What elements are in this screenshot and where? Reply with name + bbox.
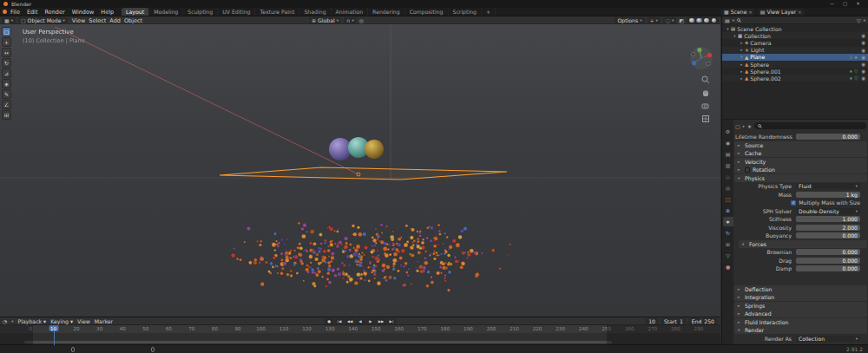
expander-icon[interactable]: ▸ [739,62,745,67]
stiffness-input[interactable]: 1.000 [796,216,860,222]
mode-dropdown[interactable]: ▢ Object Mode ▾ [18,17,68,23]
viewport-menu-add[interactable]: Add [108,17,122,24]
frame-end-field[interactable]: End 250 [688,318,718,324]
workspace-tab-sculpting[interactable]: Sculpting [183,8,218,16]
panel-render[interactable]: ▾Render [734,326,867,334]
timeline-scrollbar[interactable] [24,341,612,343]
sphere-olive[interactable] [365,140,384,159]
visibility-eye-icon[interactable]: ◉ [861,69,865,74]
play-button[interactable]: ▶ [366,318,376,324]
workspace-tab-layout[interactable]: Layout [122,8,149,16]
timeline-menu-keying[interactable]: Keying ▾ [50,318,73,324]
panel-deflection[interactable]: ▸Deflection [734,285,867,293]
properties-tab-physics[interactable]: ↻ [723,228,733,238]
playhead-frame-label[interactable]: 10 [49,325,58,331]
menu-help[interactable]: Help [97,9,117,16]
workspace-tab-compositing[interactable]: Compositing [405,8,449,16]
expander-icon[interactable]: ▾ [739,55,745,59]
timeline-menu-view[interactable]: View [77,318,90,324]
overlays-toggle[interactable]: ◌ ▾ [663,17,677,23]
search-icon[interactable] [737,18,740,22]
panel-expander-icon[interactable]: ▸ [738,304,742,308]
panel-expander-icon[interactable]: ▸ [738,287,742,291]
viewport-menu-view[interactable]: View [70,17,87,24]
workspace-tab-shading[interactable]: Shading [299,8,331,16]
viewport-menu-object[interactable]: Object [122,17,144,24]
workspace-tab-texture-paint[interactable]: Texture Paint [255,8,299,16]
render-as-dropdown[interactable]: Collection▾ [796,336,860,342]
panel-expander-icon[interactable]: ▾ [738,176,742,180]
properties-tab-material[interactable]: ● [723,262,733,271]
tool-measure[interactable]: ∠ [2,100,11,109]
brownian-input[interactable]: 0.000 [796,249,860,255]
properties-tab-output[interactable]: ▤ [723,149,733,159]
previous-keyframe-button[interactable]: ◀◀ [345,318,355,324]
outliner-row-light[interactable]: ▸☀Light◉ [722,47,868,54]
expander-icon[interactable]: ▾ [732,34,738,38]
toggle-perspective-grid-icon[interactable] [701,114,710,123]
view-layer-selector[interactable]: ▤ View Layer ✕ [758,9,805,16]
viewport-3d[interactable]: ▦ ▾ ▢ Object Mode ▾ ViewSelectAddObject … [0,16,720,317]
add-workspace-button[interactable]: + [482,8,496,16]
expander-icon[interactable]: ▸ [739,69,745,74]
panel-forces[interactable]: ▾Forces [739,240,867,248]
workspace-tab-animation[interactable]: Animation [332,8,369,16]
tool-select-box[interactable]: ▢ [2,27,11,36]
menu-edit[interactable]: Edit [23,9,42,16]
scene-selector[interactable]: ▦ Scene ✕ [721,9,755,16]
workspace-tab-uv-editing[interactable]: UV Editing [218,8,255,16]
expander-icon[interactable]: ▸ [739,48,745,52]
menu-render[interactable]: Render [41,9,68,16]
properties-tab-object-data[interactable]: ▽ [723,251,733,260]
shading-wireframe-button[interactable] [688,18,695,23]
frame-start-field[interactable]: Start 1 [661,318,687,324]
properties-tab-modifiers[interactable]: ⊕ [723,206,733,215]
panel-expander-icon[interactable]: ▸ [738,167,742,172]
panel-velocity[interactable]: ▸Velocity [734,158,867,166]
show-gizmo-toggle[interactable]: + ▾ [648,17,661,23]
panel-expander-icon[interactable]: ▸ [738,311,742,316]
properties-tab-constraints[interactable]: ⊞ [723,239,733,249]
properties-tab-scene[interactable]: ◇ [723,172,733,181]
editor-type-selector[interactable]: ▦ ▾ [2,17,16,23]
shading-solid-button[interactable] [696,18,703,23]
workspace-tab-rendering[interactable]: Rendering [368,8,405,16]
auto-keying-toggle[interactable]: ● [325,318,334,324]
panel-expander-icon[interactable]: ▾ [742,242,746,246]
drag-input[interactable]: 0.000 [796,258,860,264]
buoyancy-input[interactable]: 0.000 [796,232,860,239]
panel-source[interactable]: ▸Source [734,141,867,149]
tool-annotate[interactable]: ✎ [2,89,11,99]
damp-input[interactable]: 0.000 [796,265,860,271]
menu-window[interactable]: Window [69,9,98,16]
unlink-scene-icon[interactable]: ✕ [749,10,753,15]
tool-add-cube[interactable]: ⊞ [2,110,11,120]
workspace-tab-scripting[interactable]: Scripting [449,8,483,16]
maximize-button[interactable]: ▢ [838,0,852,8]
properties-tab-tool[interactable]: ⚙ [723,127,733,136]
properties-tab-render[interactable]: ◉ [723,138,733,147]
outliner-row-sphere-002[interactable]: ▸▲Sphere.002∗▽◉ [722,75,868,82]
visibility-eye-icon[interactable]: ◉ [861,55,865,60]
panel-fluid-interaction[interactable]: ▸Fluid Interaction [734,318,867,326]
timeline-menu-playback[interactable]: Playback ▾ [18,318,47,324]
current-frame-field[interactable]: 10 [645,318,659,324]
jump-to-end-button[interactable]: ▶| [387,318,397,324]
properties-tab-world[interactable]: ◎ [723,183,733,193]
menu-file[interactable]: File [7,9,23,16]
camera-view-icon[interactable] [701,101,710,110]
expander-icon[interactable]: ▸ [739,76,745,81]
expander-icon[interactable]: ▸ [739,41,745,45]
proportional-editing-icon[interactable]: ◎ [359,17,364,23]
panel-expander-icon[interactable]: ▸ [738,320,742,324]
properties-tab-object[interactable]: ▢ [723,194,733,204]
visibility-eye-icon[interactable]: ◉ [861,40,865,45]
remove-view-layer-icon[interactable]: ✕ [798,10,801,15]
shading-material-button[interactable] [703,18,710,23]
minimize-button[interactable]: — [825,0,838,8]
outliner-row-camera[interactable]: ▸◈Camera◉ [722,39,868,46]
shading-rendered-button[interactable] [711,18,718,23]
properties-tab-view-layer[interactable]: ▥ [723,160,733,170]
transform-orientation-dropdown[interactable]: ⊕ Global ▾ [309,17,341,23]
viewport-menu-select[interactable]: Select [87,17,108,24]
